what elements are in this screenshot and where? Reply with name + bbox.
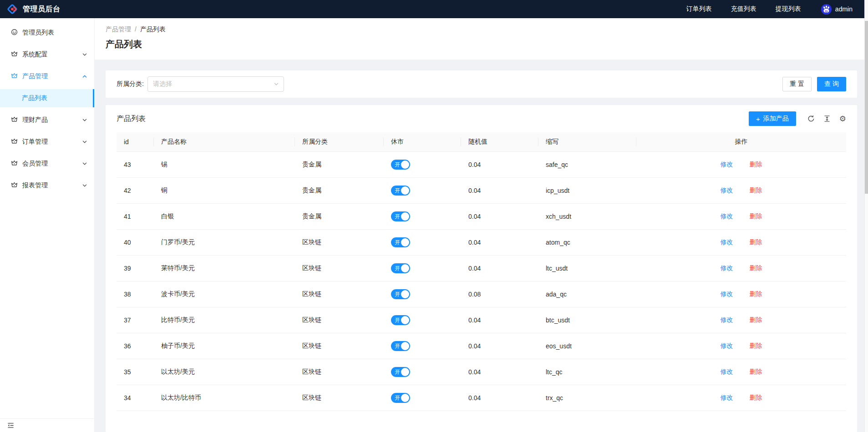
delete-link[interactable]: 删除 (749, 186, 762, 194)
delete-link[interactable]: 删除 (749, 161, 762, 168)
plus-icon: + (756, 115, 760, 123)
market-toggle[interactable]: 开 (391, 237, 410, 247)
toggle-on-label: 开 (395, 213, 400, 221)
filter-actions: 重 置 查 询 (782, 77, 846, 91)
navbar-links: 订单列表充值列表提现列表 (686, 5, 801, 13)
settings-icon[interactable]: ⚙ (839, 115, 846, 123)
sidebar-item[interactable]: 订单管理 (0, 133, 94, 151)
add-product-button[interactable]: + 添加产品 (749, 111, 796, 126)
toggle-knob (401, 342, 409, 350)
delete-link[interactable]: 删除 (749, 264, 762, 271)
market-toggle[interactable]: 开 (391, 211, 410, 221)
edit-link[interactable]: 修改 (721, 264, 733, 271)
page-scrollbar[interactable] (864, 0, 868, 432)
market-toggle[interactable]: 开 (391, 393, 410, 403)
edit-link[interactable]: 修改 (721, 394, 733, 401)
edit-link[interactable]: 修改 (721, 212, 733, 220)
sidebar-item[interactable]: 理财产品 (0, 111, 94, 129)
sidebar-item[interactable]: 报表管理 (0, 176, 94, 195)
breadcrumb-parent[interactable]: 产品管理 (106, 25, 131, 33)
delete-link[interactable]: 删除 (749, 212, 762, 220)
user-menu[interactable]: du admin (821, 4, 853, 15)
sidebar-item[interactable]: 产品管理 (0, 67, 94, 85)
column-height-icon[interactable] (823, 115, 831, 122)
market-toggle[interactable]: 开 (391, 160, 410, 170)
sidebar-collapse-bar[interactable] (0, 418, 94, 432)
cell-actions: 修改 删除 (636, 307, 846, 333)
chevron-icon (82, 118, 87, 122)
delete-link[interactable]: 删除 (749, 394, 762, 401)
edit-link[interactable]: 修改 (721, 316, 733, 323)
cell-id: 41 (117, 204, 154, 230)
chevron-icon (82, 161, 87, 166)
brand-title: 管理员后台 (23, 5, 61, 14)
breadcrumb-separator: / (135, 25, 137, 33)
cell-category: 贵金属 (295, 152, 384, 178)
chevron-icon (82, 52, 87, 57)
sidebar-item-icon (11, 50, 18, 59)
cell-market: 开 (384, 230, 461, 256)
sidebar-item-label: 订单管理 (22, 138, 82, 146)
cell-abbr: ltc_usdt (538, 256, 636, 281)
reset-button[interactable]: 重 置 (782, 77, 812, 91)
navbar-link[interactable]: 订单列表 (686, 5, 712, 13)
col-market: 休市 (384, 132, 461, 152)
query-button[interactable]: 查 询 (817, 77, 846, 91)
sidebar-subitem-label: 产品列表 (22, 94, 47, 102)
toggle-knob (401, 161, 409, 169)
page-header: 产品管理/产品列表 产品列表 (95, 18, 868, 60)
navbar-link[interactable]: 提现列表 (776, 5, 801, 13)
reload-icon[interactable] (807, 115, 815, 122)
market-toggle[interactable]: 开 (391, 289, 410, 299)
cell-product-name: 以太坊/美元 (154, 359, 295, 385)
category-select[interactable]: 请选择 (147, 76, 284, 92)
edit-link[interactable]: 修改 (721, 368, 733, 375)
add-product-label: 添加产品 (763, 115, 789, 123)
table-card-title: 产品列表 (117, 114, 146, 124)
cell-random-value: 0.04 (461, 204, 538, 230)
scrollbar-thumb[interactable] (865, 21, 868, 194)
edit-link[interactable]: 修改 (721, 342, 733, 349)
cell-random-value: 0.04 (461, 385, 538, 411)
delete-link[interactable]: 删除 (749, 368, 762, 375)
edit-link[interactable]: 修改 (721, 238, 733, 246)
market-toggle[interactable]: 开 (391, 186, 410, 196)
delete-link[interactable]: 删除 (749, 290, 762, 297)
navbar-link[interactable]: 充值列表 (731, 5, 756, 13)
toggle-on-label: 开 (395, 291, 400, 298)
cell-product-name: 铜 (154, 178, 295, 204)
cell-random-value: 0.04 (461, 230, 538, 256)
edit-link[interactable]: 修改 (721, 161, 733, 168)
delete-link[interactable]: 删除 (749, 238, 762, 246)
edit-link[interactable]: 修改 (721, 186, 733, 194)
market-toggle[interactable]: 开 (391, 315, 410, 325)
cell-actions: 修改 删除 (636, 204, 846, 230)
cell-category: 贵金属 (295, 204, 384, 230)
cell-category: 区块链 (295, 307, 384, 333)
cell-abbr: eos_usdt (538, 333, 636, 359)
col-random: 随机值 (461, 132, 538, 152)
sidebar-item-icon (11, 72, 18, 80)
sidebar-item[interactable]: 管理员列表 (0, 24, 94, 42)
edit-link[interactable]: 修改 (721, 290, 733, 297)
market-toggle[interactable]: 开 (391, 263, 410, 273)
cell-category: 区块链 (295, 281, 384, 307)
cell-abbr: ada_qc (538, 281, 636, 307)
sidebar-subitem[interactable]: 产品列表 (0, 89, 94, 107)
market-toggle[interactable]: 开 (391, 367, 410, 377)
menu-fold-icon[interactable] (7, 422, 14, 429)
toggle-knob (401, 238, 409, 246)
table-row: 34 以太坊/比特币 区块链 开 0.04 trx_qc 修改 删除 (117, 385, 846, 411)
market-toggle[interactable]: 开 (391, 341, 410, 351)
toggle-knob (401, 316, 409, 324)
delete-link[interactable]: 删除 (749, 342, 762, 349)
filter-card: 所属分类: 请选择 重 置 查 询 (106, 70, 857, 98)
chevron-icon (82, 183, 87, 188)
table-row: 38 波卡币/美元 区块链 开 0.08 ada_qc 修改 删除 (117, 281, 846, 307)
delete-link[interactable]: 删除 (749, 316, 762, 323)
table-row: 39 莱特币/美元 区块链 开 0.04 ltc_usdt 修改 删除 (117, 256, 846, 281)
sidebar-item[interactable]: 会员管理 (0, 155, 94, 173)
sidebar-item[interactable]: 系统配置 (0, 45, 94, 64)
sidebar-item-icon (11, 181, 18, 190)
sidebar-item-label: 报表管理 (22, 181, 82, 190)
